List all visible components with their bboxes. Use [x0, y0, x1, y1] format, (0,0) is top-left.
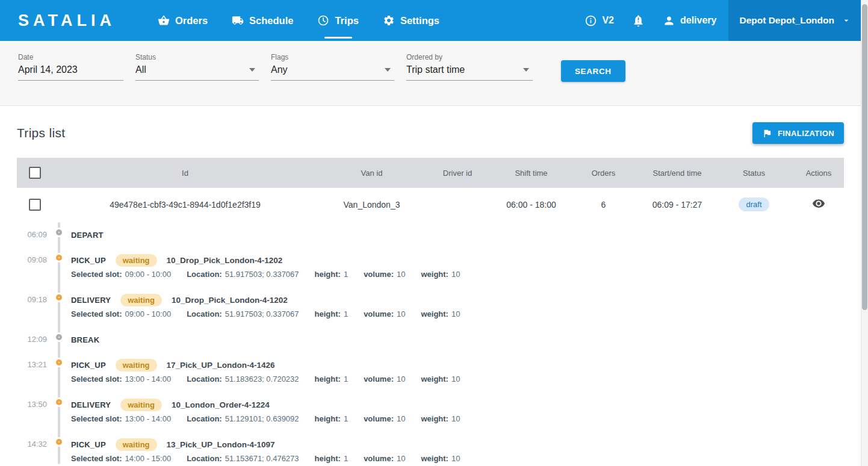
nav-item-settings[interactable]: Settings — [371, 0, 451, 41]
trip-stop-delivery: 09:18 DELIVERY waiting 10_Drop_Pick_Lond… — [17, 293, 844, 321]
stop-status-badge: waiting — [120, 294, 162, 306]
nav-right-cluster: V2 delivery — [584, 0, 716, 41]
basket-icon — [158, 14, 170, 26]
trip-stop-pickup: 14:32 PICK_UP waiting 13_Pick_UP_London-… — [17, 438, 844, 464]
brand-logo: SATALIA — [18, 11, 116, 30]
stop-marker-icon — [56, 255, 62, 261]
slot-value: 14:00 - 15:00 — [125, 454, 172, 463]
slot-value: 13:00 - 14:00 — [125, 414, 172, 423]
height-value: 1 — [344, 270, 348, 279]
stop-order-id: 17_Pick_UP_London-4-1426 — [167, 361, 275, 370]
date-label: Date — [18, 53, 123, 61]
select-all-checkbox[interactable] — [29, 167, 41, 179]
table-row: 49e478e1-cbf3-49c1-8944-1d0f1e2f3f19 Van… — [17, 188, 844, 221]
weight-value: 10 — [451, 454, 460, 463]
nav-item-label: Schedule — [249, 15, 293, 26]
stop-marker-icon — [56, 334, 62, 340]
flags-select[interactable]: Flags Any — [271, 53, 394, 81]
ordered-by-select[interactable]: Ordered by Trip start time — [406, 53, 533, 81]
location-value: 51.153671; 0.476273 — [225, 454, 299, 463]
nav-item-trips[interactable]: Trips — [305, 0, 370, 41]
stop-type: DELIVERY — [71, 296, 111, 305]
notifications-button[interactable] — [632, 14, 645, 27]
status-label: Status — [135, 53, 259, 61]
stop-time: 09:18 — [17, 293, 47, 321]
trip-stop-break: 12:09 BREAK — [17, 333, 844, 346]
trip-stop-pickup: 09:08 PICK_UP waiting 10_Drop_Pick_Londo… — [17, 253, 844, 281]
trip-stop-delivery: 13:50 DELIVERY waiting 10_London_Order-4… — [17, 398, 844, 426]
truck-icon — [232, 14, 244, 26]
column-header-start-end-time: Start/end time — [641, 169, 713, 178]
stop-time: 13:50 — [17, 398, 47, 426]
status-value: All — [135, 64, 146, 75]
chevron-down-icon — [842, 16, 851, 25]
top-nav: SATALIA Orders Schedule Trips Settings — [0, 0, 861, 41]
stop-type: PICK_UP — [71, 440, 106, 449]
stop-marker-icon — [56, 399, 62, 405]
location-value: 51.917503; 0.337067 — [225, 270, 299, 279]
column-header-van-id: Van id — [325, 169, 418, 178]
dropdown-arrow-icon — [523, 68, 529, 72]
location-value: 51.129101; 0.639092 — [225, 414, 299, 423]
trip-stop-pickup: 13:21 PICK_UP waiting 17_Pick_UP_London-… — [17, 358, 844, 386]
volume-value: 10 — [397, 270, 405, 279]
location-value: 51.917503; 0.337067 — [225, 309, 299, 318]
height-value: 1 — [344, 309, 348, 318]
nav-item-schedule[interactable]: Schedule — [220, 0, 305, 41]
status-badge: draft — [739, 197, 769, 211]
finalization-button[interactable]: FINALIZATION — [752, 122, 844, 144]
user-menu[interactable]: delivery — [663, 14, 716, 27]
dropdown-arrow-icon — [385, 68, 391, 72]
slot-value: 09:00 - 10:00 — [125, 270, 172, 279]
column-header-orders: Orders — [566, 169, 641, 178]
date-field[interactable]: Date April 14, 2023 — [18, 53, 123, 81]
row-checkbox[interactable] — [29, 199, 41, 211]
nav-item-label: Settings — [400, 15, 439, 26]
shift-time: 06:00 - 18:00 — [497, 200, 566, 210]
view-trip-button[interactable] — [812, 197, 825, 212]
dropdown-arrow-icon — [249, 68, 255, 72]
stop-marker-icon — [56, 294, 62, 300]
page-title: Trips list — [17, 126, 65, 140]
date-value: April 14, 2023 — [18, 64, 78, 75]
search-button[interactable]: SEARCH — [561, 60, 625, 82]
stop-type: PICK_UP — [71, 361, 106, 370]
height-value: 1 — [344, 374, 348, 384]
weight-value: 10 — [451, 374, 460, 384]
version-label: V2 — [602, 15, 614, 26]
volume-value: 10 — [397, 309, 405, 318]
stop-time: 13:21 — [17, 358, 47, 386]
stop-status-badge: waiting — [116, 438, 157, 451]
status-select[interactable]: Status All — [135, 53, 259, 81]
user-name: delivery — [680, 15, 716, 26]
table-header: Id Van id Driver id Shift time Orders St… — [17, 158, 844, 188]
ordered-by-label: Ordered by — [406, 53, 533, 61]
trip-stop-depart: 06:09 DEPART — [17, 228, 844, 241]
depot-selector[interactable]: Depot Depot_London — [728, 0, 861, 41]
location-value: 51.183623; 0.720232 — [225, 374, 299, 384]
volume-value: 10 — [397, 414, 405, 423]
column-header-driver-id: Driver id — [418, 169, 497, 178]
flag-icon — [762, 128, 772, 138]
volume-value: 10 — [397, 374, 405, 384]
version-info[interactable]: V2 — [584, 14, 614, 27]
column-header-shift-time: Shift time — [497, 169, 566, 178]
weight-value: 10 — [451, 270, 460, 279]
trip-timeline: 06:09 DEPART 09:08 PICK_UP waiting 10_Dr… — [17, 221, 844, 464]
stop-marker-icon — [56, 359, 62, 365]
depot-label: Depot Depot_London — [739, 15, 834, 26]
person-icon — [663, 14, 675, 27]
orders-count: 6 — [566, 200, 641, 210]
column-header-actions: Actions — [795, 169, 843, 178]
stop-time: 12:09 — [17, 333, 47, 346]
nav-item-orders[interactable]: Orders — [146, 0, 220, 41]
slot-value: 09:00 - 10:00 — [125, 309, 172, 318]
page: SATALIA Orders Schedule Trips Settings — [0, 0, 861, 466]
stop-type: BREAK — [71, 335, 99, 344]
page-scrollbar[interactable] — [861, 0, 868, 466]
scrollbar-thumb[interactable] — [862, 4, 867, 310]
main-content: Trips list FINALIZATION Id Van id Driver… — [0, 122, 861, 464]
info-icon — [584, 14, 597, 27]
trip-id: 49e478e1-cbf3-49c1-8944-1d0f1e2f3f19 — [45, 200, 325, 210]
column-header-status: Status — [713, 169, 795, 178]
